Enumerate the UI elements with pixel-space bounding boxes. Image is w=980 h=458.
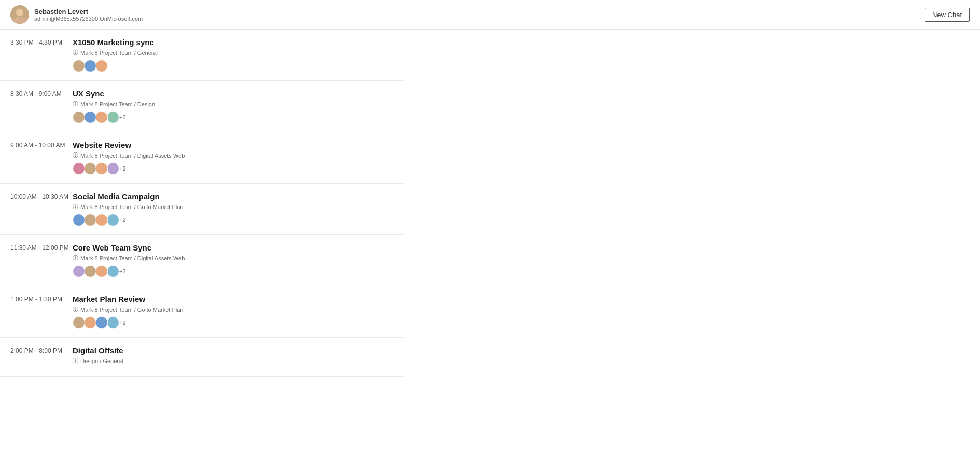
svg-point-1 <box>16 9 23 16</box>
event-details: Social Media Campaign ⓘ Mark 8 Project T… <box>73 192 394 226</box>
attendee-avatar <box>84 162 96 175</box>
event-title: Core Web Team Sync <box>73 243 394 252</box>
user-info: Sebastien Levert admin@M365x55726300.OnM… <box>10 5 143 24</box>
event-channel: ⓘ Mark 8 Project Team / Go to Market Pla… <box>73 306 394 313</box>
event-item[interactable]: 3:30 PM - 4:30 PM X1050 Marketing sync ⓘ… <box>0 30 404 81</box>
attendee-avatar <box>107 265 119 277</box>
attendee-avatar <box>107 316 119 329</box>
attendee-avatar <box>95 316 108 329</box>
attendee-avatar <box>84 111 96 123</box>
event-title: X1050 Marketing sync <box>73 38 394 47</box>
attendees: +2 <box>73 265 394 277</box>
event-channel-text: Mark 8 Project Team / Go to Market Plan <box>80 204 183 210</box>
event-details: X1050 Marketing sync ⓘ Mark 8 Project Te… <box>73 38 394 72</box>
event-title: Social Media Campaign <box>73 192 394 201</box>
user-name: Sebastien Levert <box>34 8 143 16</box>
event-title: UX Sync <box>73 89 394 98</box>
attendees: +2 <box>73 162 394 175</box>
attendee-avatar <box>95 60 108 72</box>
event-time: 3:30 PM - 4:30 PM <box>10 38 73 46</box>
user-email: admin@M365x55726300.OnMicrosoft.com <box>34 16 143 22</box>
event-channel: ⓘ Mark 8 Project Team / General <box>73 49 394 57</box>
event-channel-text: Mark 8 Project Team / Digital Assets Web <box>80 255 185 261</box>
attendees: +2 <box>73 111 394 123</box>
attendee-count: +2 <box>119 217 126 223</box>
event-channel-text: Mark 8 Project Team / Design <box>80 101 155 107</box>
event-channel: ⓘ Mark 8 Project Team / Go to Market Pla… <box>73 203 394 211</box>
attendee-avatar <box>73 162 85 175</box>
attendees: +2 <box>73 316 394 329</box>
attendee-avatar <box>107 162 119 175</box>
event-title: Website Review <box>73 141 394 149</box>
event-item[interactable]: 2:00 PM - 8:00 PM Digital Offsite ⓘ Desi… <box>0 338 404 377</box>
event-time: 11:30 AM - 12:00 PM <box>10 243 73 252</box>
attendee-avatar <box>73 111 85 123</box>
calendar-list: 3:30 PM - 4:30 PM X1050 Marketing sync ⓘ… <box>0 30 404 457</box>
right-panel <box>404 30 980 457</box>
attendee-avatar <box>73 60 85 72</box>
event-channel-text: Mark 8 Project Team / General <box>80 50 158 56</box>
attendee-avatar <box>84 316 96 329</box>
event-details: UX Sync ⓘ Mark 8 Project Team / Design +… <box>73 89 394 123</box>
attendee-avatar <box>84 265 96 277</box>
event-details: Market Plan Review ⓘ Mark 8 Project Team… <box>73 295 394 329</box>
attendee-avatar <box>95 162 108 175</box>
attendee-avatar <box>107 214 119 226</box>
attendee-avatar <box>107 111 119 123</box>
avatar <box>10 5 29 24</box>
event-time: 9:00 AM - 10:00 AM <box>10 141 73 149</box>
location-icon: ⓘ <box>73 357 78 365</box>
event-item[interactable]: 8:30 AM - 9:00 AM UX Sync ⓘ Mark 8 Proje… <box>0 81 404 132</box>
new-chat-button[interactable]: New Chat <box>925 8 970 22</box>
event-time: 8:30 AM - 9:00 AM <box>10 89 73 98</box>
event-item[interactable]: 1:00 PM - 1:30 PM Market Plan Review ⓘ M… <box>0 286 404 338</box>
location-icon: ⓘ <box>73 151 78 159</box>
event-title: Digital Offsite <box>73 346 394 355</box>
location-icon: ⓘ <box>73 306 78 313</box>
event-details: Website Review ⓘ Mark 8 Project Team / D… <box>73 141 394 175</box>
attendee-avatar <box>95 214 108 226</box>
attendee-count: +2 <box>119 268 126 274</box>
location-icon: ⓘ <box>73 49 78 57</box>
event-details: Digital Offsite ⓘ Design / General <box>73 346 394 368</box>
attendees <box>73 60 394 72</box>
location-icon: ⓘ <box>73 100 78 108</box>
attendee-count: +2 <box>119 114 126 120</box>
location-icon: ⓘ <box>73 254 78 262</box>
header: Sebastien Levert admin@M365x55726300.OnM… <box>0 0 980 30</box>
main-content: 3:30 PM - 4:30 PM X1050 Marketing sync ⓘ… <box>0 30 980 457</box>
event-channel: ⓘ Mark 8 Project Team / Digital Assets W… <box>73 254 394 262</box>
event-details: Core Web Team Sync ⓘ Mark 8 Project Team… <box>73 243 394 277</box>
event-channel-text: Mark 8 Project Team / Digital Assets Web <box>80 152 185 159</box>
event-item[interactable]: 9:00 AM - 10:00 AM Website Review ⓘ Mark… <box>0 132 404 184</box>
event-channel-text: Design / General <box>80 358 123 364</box>
event-channel: ⓘ Design / General <box>73 357 394 365</box>
event-item[interactable]: 10:00 AM - 10:30 AM Social Media Campaig… <box>0 184 404 235</box>
attendee-avatar <box>84 214 96 226</box>
event-title: Market Plan Review <box>73 295 394 303</box>
location-icon: ⓘ <box>73 203 78 211</box>
attendee-avatar <box>84 60 96 72</box>
event-time: 10:00 AM - 10:30 AM <box>10 192 73 200</box>
attendee-count: +2 <box>119 320 126 326</box>
attendee-avatar <box>95 265 108 277</box>
event-channel-text: Mark 8 Project Team / Go to Market Plan <box>80 307 183 313</box>
attendee-avatar <box>73 265 85 277</box>
event-channel: ⓘ Mark 8 Project Team / Digital Assets W… <box>73 151 394 159</box>
event-time: 1:00 PM - 1:30 PM <box>10 295 73 303</box>
attendee-avatar <box>95 111 108 123</box>
attendees: +2 <box>73 214 394 226</box>
attendee-avatar <box>73 316 85 329</box>
attendee-avatar <box>73 214 85 226</box>
attendee-count: +2 <box>119 165 126 172</box>
event-channel: ⓘ Mark 8 Project Team / Design <box>73 100 394 108</box>
event-time: 2:00 PM - 8:00 PM <box>10 346 73 354</box>
event-item[interactable]: 11:30 AM - 12:00 PM Core Web Team Sync ⓘ… <box>0 235 404 286</box>
